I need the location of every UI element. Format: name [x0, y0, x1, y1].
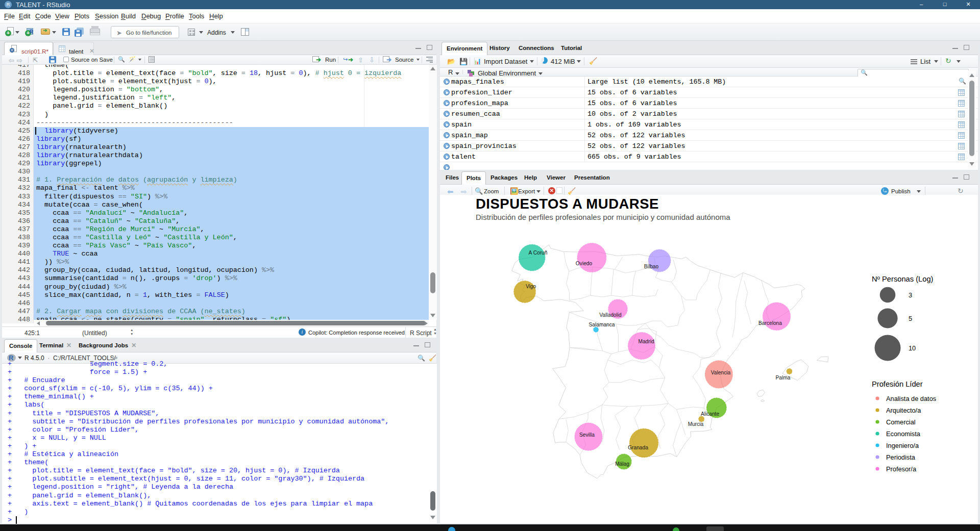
- svg-text:Barcelona: Barcelona: [758, 320, 782, 326]
- svg-text:Ingeniero/a: Ingeniero/a: [886, 442, 919, 449]
- svg-text:Bilbao: Bilbao: [644, 264, 659, 269]
- svg-text:Profesión Líder: Profesión Líder: [872, 380, 923, 388]
- svg-text:5: 5: [909, 315, 912, 322]
- svg-text:Distribución de perfiles profe: Distribución de perfiles profesionales p…: [476, 213, 730, 221]
- svg-text:Sevilla: Sevilla: [579, 432, 595, 438]
- svg-text:Vigo: Vigo: [526, 284, 536, 289]
- svg-text:Analista de datos: Analista de datos: [886, 395, 936, 402]
- svg-text:Economista: Economista: [886, 430, 921, 438]
- svg-text:Periodista: Periodista: [886, 453, 916, 461]
- svg-text:A Coruñ: A Coruñ: [529, 250, 548, 256]
- svg-text:DISPUESTOS A MUDARSE: DISPUESTOS A MUDARSE: [476, 196, 659, 212]
- svg-text:Granada: Granada: [628, 445, 648, 450]
- svg-text:Salamanca: Salamanca: [589, 322, 615, 327]
- svg-text:Murcia: Murcia: [688, 421, 704, 427]
- svg-text:Alicante: Alicante: [701, 411, 720, 417]
- svg-text:Arquitecto/a: Arquitecto/a: [886, 407, 921, 414]
- svg-text:Palma: Palma: [776, 375, 791, 381]
- svg-text:Profesor/a: Profesor/a: [886, 465, 917, 473]
- svg-text:10: 10: [909, 344, 916, 352]
- svg-text:Valladolid: Valladolid: [599, 312, 622, 318]
- svg-text:Nº Personas (Log): Nº Personas (Log): [872, 275, 933, 283]
- svg-text:Valencia: Valencia: [711, 370, 731, 375]
- svg-text:Málag: Málag: [615, 461, 629, 467]
- svg-text:3: 3: [909, 291, 912, 299]
- svg-text:Comercial: Comercial: [886, 418, 916, 426]
- svg-text:Oviedo: Oviedo: [576, 261, 593, 266]
- svg-text:Madrid: Madrid: [638, 339, 654, 344]
